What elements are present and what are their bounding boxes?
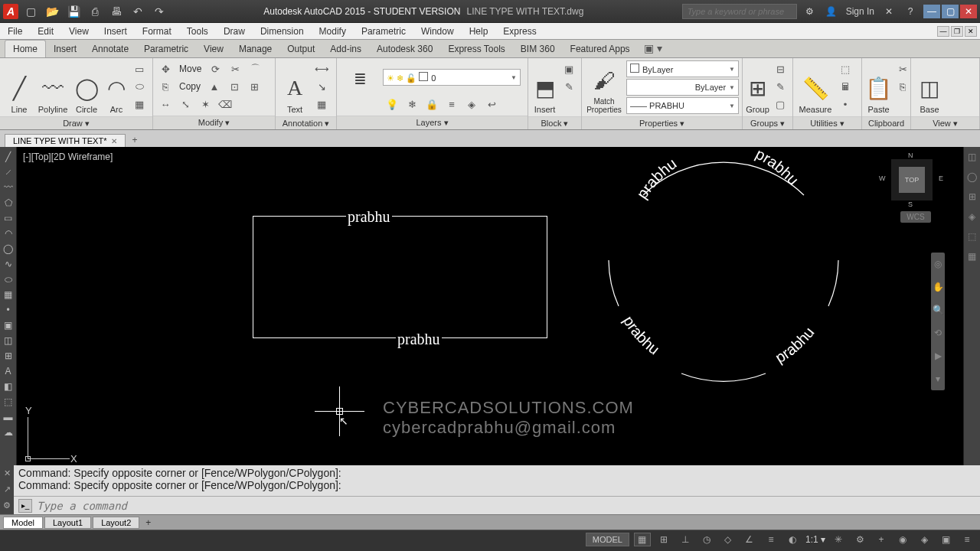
command-line[interactable]: ▸_ — [14, 496, 980, 514]
close-tab-icon[interactable]: ✕ — [111, 137, 117, 145]
signin-icon[interactable]: 👤 — [825, 5, 838, 18]
tool-polygon-icon[interactable]: ⬠ — [0, 196, 16, 210]
ungroup-icon[interactable]: ⊟ — [771, 60, 789, 77]
tool-circle-icon[interactable]: ◯ — [0, 242, 16, 256]
panel-view-title[interactable]: View ▾ — [911, 116, 979, 129]
tab-featured[interactable]: Featured Apps — [563, 41, 638, 57]
mirror-icon[interactable]: ▲ — [205, 78, 224, 95]
cmd-options-icon[interactable]: ⚙ — [0, 497, 14, 514]
menu-draw[interactable]: Draw — [216, 23, 253, 39]
arc-button[interactable]: ◠Arc — [104, 60, 129, 114]
polyline-button[interactable]: 〰Polyline — [37, 60, 69, 114]
infocenter-icon[interactable]: ⚙ — [803, 5, 817, 18]
tool-revcloud-icon[interactable]: ☁ — [0, 425, 16, 439]
panel-modify-title[interactable]: Modify ▾ — [153, 116, 275, 129]
point-icon[interactable]: • — [836, 96, 854, 112]
move-icon[interactable]: ✥ — [156, 60, 175, 77]
cmd-close-icon[interactable]: ✕ — [0, 465, 14, 481]
saveas-icon[interactable]: ⎙ — [89, 5, 101, 18]
text-button[interactable]: AText — [279, 60, 311, 114]
tab-manage[interactable]: Manage — [231, 41, 279, 57]
tool-hatch-icon[interactable]: ▦ — [0, 288, 16, 302]
layer-dropdown[interactable]: ☀ ❄ 🔓 0▼ — [383, 69, 521, 86]
rectangle-icon[interactable]: ▭ — [130, 60, 149, 77]
ellipse-icon[interactable]: ⬭ — [130, 78, 149, 95]
isolate-objects-icon[interactable]: ◈ — [916, 533, 933, 546]
copy-button[interactable]: Copy — [176, 78, 204, 95]
panel-groups-title[interactable]: Groups ▾ — [743, 116, 792, 129]
model-space-badge[interactable]: MODEL — [586, 533, 629, 546]
menu-dimension[interactable]: Dimension — [253, 23, 312, 39]
nav-options-icon[interactable]: ▾ — [931, 367, 945, 390]
tab-insert[interactable]: Insert — [46, 41, 84, 57]
linetype-dropdown[interactable]: —— PRABHU▼ — [626, 97, 739, 114]
command-input[interactable] — [37, 500, 975, 512]
doc-close-button[interactable]: ✕ — [965, 26, 977, 37]
polar-toggle-icon[interactable]: ◷ — [698, 533, 715, 546]
measure-button[interactable]: 📏Measure — [796, 60, 835, 114]
tab-addins[interactable]: Add-ins — [322, 41, 369, 57]
nav-pan-icon[interactable]: ✋ — [931, 276, 945, 298]
group-bbox-icon[interactable]: ▢ — [771, 96, 789, 112]
workspace-toggle-icon[interactable]: ⚙ — [851, 533, 868, 546]
menu-tools[interactable]: Tools — [179, 23, 216, 39]
explode-icon[interactable]: ✶ — [196, 96, 214, 112]
panel-draw-title[interactable]: Draw ▾ — [0, 116, 152, 129]
tab-express[interactable]: Express Tools — [440, 41, 512, 57]
menu-window[interactable]: Window — [413, 23, 462, 39]
copy-icon[interactable]: ⎘ — [156, 78, 175, 95]
nav-zoom-icon[interactable]: 🔍 — [931, 298, 945, 321]
stretch-icon[interactable]: ↔ — [156, 96, 175, 112]
save-icon[interactable]: 💾 — [67, 5, 80, 18]
viewcube-n[interactable]: N — [908, 152, 913, 159]
tab-annotate[interactable]: Annotate — [84, 41, 136, 57]
tool-table-icon[interactable]: ⊞ — [0, 349, 16, 363]
new-icon[interactable]: ▢ — [24, 5, 37, 18]
command-prompt-icon[interactable]: ▸_ — [18, 499, 32, 513]
minimize-button[interactable]: — — [923, 5, 940, 18]
close-button[interactable]: ✕ — [960, 5, 977, 18]
layout-tab-layout1[interactable]: Layout1 — [44, 517, 91, 529]
help-search-input[interactable] — [682, 4, 797, 19]
rtool-1-icon[interactable]: ◫ — [964, 150, 980, 164]
layer-lock-icon[interactable]: 🔒 — [423, 96, 441, 112]
circle-button[interactable]: ◯Circle — [70, 60, 103, 114]
menu-view[interactable]: View — [61, 23, 96, 39]
new-tab-button[interactable]: + — [126, 133, 143, 147]
grid-toggle-icon[interactable]: ▦ — [634, 533, 651, 546]
nav-showmotion-icon[interactable]: ▶ — [931, 344, 945, 367]
panel-clipboard-title[interactable]: Clipboard — [862, 116, 910, 129]
menu-edit[interactable]: Edit — [30, 23, 61, 39]
tool-xline-icon[interactable]: ⟋ — [0, 165, 16, 179]
circle-object[interactable]: prabhu prabhu prabhu prabhu — [597, 147, 850, 390]
insert-block-button[interactable]: ⬒Insert — [531, 60, 558, 114]
color-dropdown[interactable]: ByLayer▼ — [626, 60, 739, 77]
tool-boundary-icon[interactable]: ⬚ — [0, 395, 16, 409]
undo-icon[interactable]: ↶ — [132, 5, 144, 18]
move-button[interactable]: Move — [176, 60, 204, 77]
tool-line-icon[interactable]: ╱ — [0, 150, 16, 164]
menu-help[interactable]: Help — [462, 23, 496, 39]
menu-file[interactable]: File — [0, 23, 30, 39]
rtool-5-icon[interactable]: ⬚ — [964, 230, 980, 243]
line-button[interactable]: ╱Line — [3, 60, 35, 114]
tool-arc-icon[interactable]: ◠ — [0, 227, 16, 240]
panel-properties-title[interactable]: Properties ▾ — [582, 116, 742, 129]
match-properties-button[interactable]: 🖌Match Properties — [585, 60, 623, 114]
rectangle-object[interactable] — [253, 216, 547, 338]
panel-annotation-title[interactable]: Annotation ▾ — [276, 116, 336, 129]
viewcube-s[interactable]: S — [908, 201, 913, 208]
leader-icon[interactable]: ↘ — [312, 78, 331, 95]
ucs-icon[interactable]: X Y — [28, 406, 81, 459]
fillet-icon[interactable]: ⌒ — [246, 60, 264, 77]
viewcube-w[interactable]: W — [879, 174, 886, 182]
tool-gradient-icon[interactable]: ◧ — [0, 380, 16, 393]
layer-off-icon[interactable]: 💡 — [383, 96, 401, 112]
offset-icon[interactable]: ⊡ — [225, 78, 243, 95]
tool-ellipse-icon[interactable]: ⬭ — [0, 272, 16, 286]
panel-layers-title[interactable]: Layers ▾ — [337, 116, 528, 129]
panel-block-title[interactable]: Block ▾ — [528, 116, 581, 129]
tab-view[interactable]: View — [196, 41, 231, 57]
layer-iso-icon[interactable]: ◈ — [462, 96, 481, 112]
paste-button[interactable]: 📋Paste — [865, 60, 892, 114]
